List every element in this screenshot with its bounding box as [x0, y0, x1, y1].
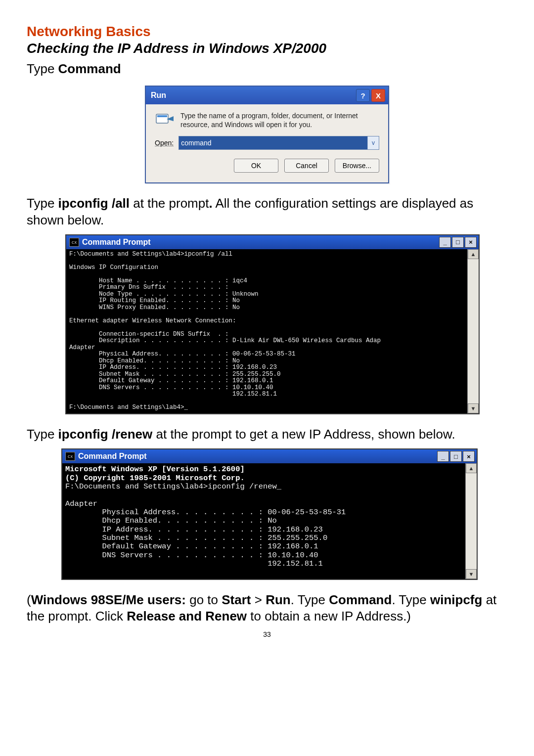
instruction-ipconfig-all: Type ipconfig /all at the prompt. All th…: [27, 195, 507, 228]
text: Type: [27, 427, 58, 442]
ok-button[interactable]: OK: [234, 159, 278, 173]
run-description: Type the name of a program, folder, docu…: [180, 111, 379, 129]
cmd-bold: ipconfig /all: [58, 196, 130, 211]
open-combobox[interactable]: v: [178, 136, 379, 150]
cmd-title: Command Prompt: [78, 452, 147, 461]
cmd-bold: ipconfig /renew: [58, 427, 153, 442]
type-label: Type: [27, 61, 58, 76]
cmd-icon: cx: [69, 238, 79, 247]
cmd-titlebar: cx Command Prompt _ □ ×: [66, 235, 479, 249]
scroll-down-icon[interactable]: ▼: [468, 403, 479, 413]
note-win98-me: (Windows 98SE/Me users: go to Start > Ru…: [27, 592, 507, 625]
minimize-button[interactable]: _: [439, 237, 451, 248]
instruction-ipconfig-renew: Type ipconfig /renew at the prompt to ge…: [27, 426, 507, 443]
run-dialog-body: Type the name of a program, folder, docu…: [146, 104, 388, 182]
run-titlebar: Run ? X: [146, 87, 388, 104]
subtitle: Checking the IP Address in Windows XP/20…: [27, 41, 507, 56]
type-bold: Command: [58, 61, 121, 76]
cmd-header-line: Microsoft Windows XP [Version 5.1.2600]: [65, 465, 245, 474]
scrollbar[interactable]: ▲ ▼: [465, 463, 477, 579]
cmd-icon: cx: [65, 452, 75, 461]
scroll-up-icon[interactable]: ▲: [468, 249, 479, 259]
svg-rect-1: [157, 115, 167, 117]
command-prompt-window-2: cx Command Prompt _ □ × Microsoft Window…: [61, 448, 478, 580]
text-bold: winipcfg: [430, 592, 482, 607]
cmd-titlebar: cx Command Prompt _ □ ×: [62, 449, 477, 463]
text: Type: [27, 196, 58, 211]
text: at the prompt: [130, 196, 209, 211]
cmd-output: Microsoft Windows XP [Version 5.1.2600] …: [62, 463, 465, 579]
run-icon: [155, 111, 175, 128]
text: to obtain a new IP Address.): [247, 609, 411, 623]
cmd-output: F:\Documents and Settings\lab4>ipconfig …: [66, 249, 467, 413]
browse-button[interactable]: Browse...: [335, 159, 379, 173]
scroll-down-icon[interactable]: ▼: [466, 569, 477, 579]
section-title: Networking Basics: [27, 24, 507, 40]
text-bold: Windows 98SE/Me users:: [31, 592, 186, 607]
help-button[interactable]: ?: [356, 89, 370, 102]
cancel-button[interactable]: Cancel: [284, 159, 329, 173]
close-button[interactable]: ×: [465, 237, 477, 248]
dropdown-arrow-icon[interactable]: v: [367, 136, 379, 149]
open-input[interactable]: [179, 136, 367, 149]
maximize-button[interactable]: □: [450, 451, 462, 462]
run-dialog: Run ? X Type the name of a program, fold…: [145, 86, 389, 183]
text: >: [251, 592, 266, 607]
scroll-up-icon[interactable]: ▲: [466, 463, 477, 473]
text: .: [209, 196, 212, 211]
text: (: [27, 592, 31, 607]
cmd-header-line: (C) Copyright 1985-2001 Microsoft Corp.: [65, 474, 245, 483]
open-label: Open:: [155, 139, 174, 147]
minimize-button[interactable]: _: [437, 451, 449, 462]
text-bold: Command: [329, 592, 392, 607]
run-title: Run: [151, 91, 166, 100]
text: go to: [186, 592, 222, 607]
cmd-title: Command Prompt: [82, 238, 151, 247]
type-command-line: Type Command: [27, 61, 507, 77]
cmd-body-text: F:\Documents and Settings\lab4>ipconfig …: [65, 482, 346, 568]
close-button[interactable]: ×: [463, 451, 475, 462]
command-prompt-window-1: cx Command Prompt _ □ × F:\Documents and…: [65, 234, 480, 414]
close-button[interactable]: X: [371, 89, 385, 102]
page: Networking Basics Checking the IP Addres…: [0, 0, 534, 658]
page-number: 33: [27, 630, 507, 638]
scrollbar[interactable]: ▲ ▼: [467, 249, 479, 413]
text: . Type: [392, 592, 430, 607]
text: at the prompt to get a new IP Address, s…: [152, 427, 455, 442]
text-bold: Start: [222, 592, 251, 607]
text: . Type: [291, 592, 329, 607]
text-bold: Run: [266, 592, 291, 607]
maximize-button[interactable]: □: [452, 237, 464, 248]
text-bold: Release and Renew: [127, 609, 247, 623]
